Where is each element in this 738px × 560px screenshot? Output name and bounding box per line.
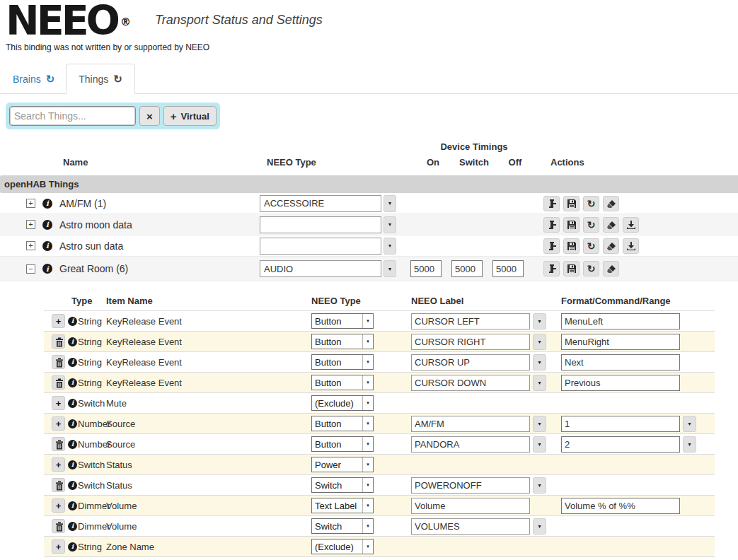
channel-neeo-type-select[interactable]: Button▾ [311, 436, 374, 452]
expand-plus-icon[interactable]: + [26, 241, 35, 250]
save-thing-button[interactable] [563, 217, 580, 233]
refresh-thing-button[interactable]: ↻ [583, 238, 599, 254]
delete-channel-button[interactable] [52, 355, 65, 369]
timing-off-input[interactable] [492, 260, 524, 277]
format-input[interactable] [561, 334, 680, 350]
format-input[interactable] [561, 375, 680, 391]
neeo-label-input[interactable] [411, 375, 530, 391]
add-virtual-button[interactable]: +Virtual [163, 106, 217, 126]
tab-brains[interactable]: Brains ↻ [1, 64, 66, 94]
neeo-type-input[interactable] [260, 238, 381, 255]
neeo-label-input[interactable] [411, 518, 530, 535]
channel-neeo-type-select[interactable]: (Exclude)▾ [311, 539, 374, 554]
label-dropdown-button[interactable]: ▾ [533, 375, 546, 391]
channel-neeo-type-select[interactable]: Text Label▾ [311, 498, 374, 513]
info-icon[interactable]: i [42, 199, 52, 209]
label-dropdown-button[interactable]: ▾ [533, 354, 546, 371]
restore-thing-button[interactable] [543, 261, 560, 276]
neeo-label-input[interactable] [411, 436, 530, 453]
add-channel-button[interactable]: + [52, 498, 65, 513]
label-dropdown-button[interactable]: ▾ [533, 518, 546, 535]
label-dropdown-button[interactable]: ▾ [533, 334, 546, 350]
info-icon[interactable]: i [68, 337, 77, 346]
format-input[interactable] [561, 436, 680, 453]
info-icon[interactable]: i [68, 522, 77, 531]
delete-channel-button[interactable] [52, 375, 65, 390]
info-icon[interactable]: i [42, 220, 52, 230]
restore-thing-button[interactable] [543, 196, 560, 211]
info-icon[interactable]: i [68, 501, 77, 511]
channel-neeo-type-select[interactable]: Switch▾ [311, 518, 374, 534]
label-dropdown-button[interactable]: ▾ [533, 477, 546, 494]
neeo-label-input[interactable] [411, 334, 530, 350]
neeo-type-dropdown-button[interactable]: ▾ [384, 216, 396, 233]
neeo-type-input[interactable] [260, 260, 381, 277]
format-dropdown-button[interactable]: ▾ [683, 416, 696, 432]
label-dropdown-button[interactable]: ▾ [533, 416, 546, 432]
brains-refresh-icon[interactable]: ↻ [46, 73, 55, 86]
timing-switch-input[interactable] [451, 260, 483, 277]
format-input[interactable] [561, 498, 680, 514]
add-channel-button[interactable]: + [52, 416, 65, 431]
info-icon[interactable]: i [68, 358, 77, 367]
info-icon[interactable]: i [42, 264, 52, 274]
delete-channel-button[interactable] [52, 437, 65, 451]
collapse-minus-icon[interactable]: − [26, 264, 35, 274]
channel-neeo-type-select[interactable]: Button▾ [311, 313, 374, 329]
export-thing-button[interactable] [623, 217, 639, 233]
info-icon[interactable]: i [68, 378, 77, 387]
add-channel-button[interactable]: + [52, 314, 65, 328]
things-refresh-icon[interactable]: ↻ [113, 73, 122, 86]
delete-thing-button[interactable] [603, 238, 619, 254]
channel-neeo-type-select[interactable]: Button▾ [311, 354, 374, 370]
neeo-type-dropdown-button[interactable]: ▾ [384, 238, 396, 255]
info-icon[interactable]: i [42, 241, 52, 251]
refresh-thing-button[interactable]: ↻ [583, 261, 599, 276]
info-icon[interactable]: i [68, 481, 77, 490]
channel-neeo-type-select[interactable]: Button▾ [311, 416, 374, 431]
delete-thing-button[interactable] [603, 217, 619, 233]
info-icon[interactable]: i [68, 419, 77, 428]
neeo-type-input[interactable] [260, 216, 381, 233]
search-input[interactable] [9, 106, 136, 126]
neeo-label-input[interactable] [411, 498, 530, 514]
delete-channel-button[interactable] [52, 334, 65, 349]
channel-neeo-type-select[interactable]: Switch▾ [311, 477, 374, 493]
channel-neeo-type-select[interactable]: Button▾ [311, 375, 374, 390]
info-icon[interactable]: i [68, 440, 77, 449]
delete-thing-button[interactable] [603, 261, 619, 276]
tab-things[interactable]: Things ↻ [66, 64, 135, 94]
delete-channel-button[interactable] [52, 478, 65, 492]
refresh-thing-button[interactable]: ↻ [583, 196, 599, 211]
add-channel-button[interactable]: + [52, 457, 65, 472]
neeo-type-dropdown-button[interactable]: ▾ [384, 260, 396, 277]
save-thing-button[interactable] [563, 196, 580, 211]
add-channel-button[interactable]: + [52, 539, 65, 554]
channel-neeo-type-select[interactable]: Power▾ [311, 457, 374, 472]
delete-thing-button[interactable] [603, 196, 619, 211]
export-thing-button[interactable] [623, 238, 639, 254]
expand-plus-icon[interactable]: + [26, 220, 35, 229]
save-thing-button[interactable] [563, 261, 580, 276]
delete-channel-button[interactable] [52, 519, 65, 533]
info-icon[interactable]: i [68, 542, 77, 552]
neeo-label-input[interactable] [411, 416, 530, 432]
info-icon[interactable]: i [68, 317, 77, 326]
restore-thing-button[interactable] [543, 217, 560, 233]
timing-on-input[interactable] [410, 260, 442, 277]
expand-plus-icon[interactable]: + [26, 199, 35, 208]
format-input[interactable] [561, 354, 680, 371]
format-input[interactable] [561, 416, 680, 432]
neeo-label-input[interactable] [411, 477, 530, 494]
add-channel-button[interactable]: + [52, 396, 65, 410]
info-icon[interactable]: i [68, 460, 77, 469]
info-icon[interactable]: i [68, 399, 77, 408]
label-dropdown-button[interactable]: ▾ [533, 313, 546, 329]
save-thing-button[interactable] [563, 238, 580, 254]
neeo-type-dropdown-button[interactable]: ▾ [384, 195, 396, 212]
neeo-type-input[interactable] [260, 195, 381, 212]
neeo-label-input[interactable] [411, 354, 530, 371]
channel-neeo-type-select[interactable]: (Exclude)▾ [311, 395, 374, 411]
format-dropdown-button[interactable]: ▾ [683, 436, 696, 453]
neeo-label-input[interactable] [411, 313, 530, 329]
